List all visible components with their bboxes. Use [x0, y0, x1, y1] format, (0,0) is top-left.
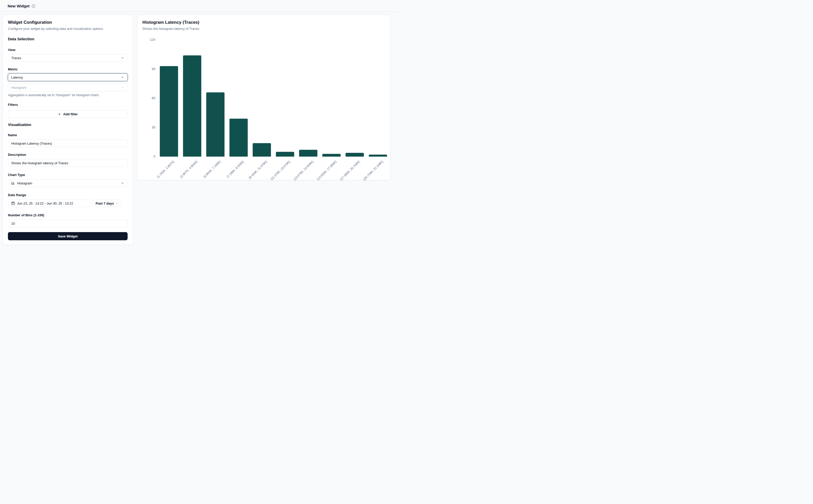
histogram-chart: 0306090120 [1.162K, 2.807K][2.807K, 4.80… [137, 40, 391, 181]
top-header: New Widget [0, 0, 400, 12]
histogram-bar[interactable] [345, 153, 364, 157]
y-axis-tick-label: 120 [137, 38, 155, 42]
name-input[interactable] [8, 140, 128, 147]
chevron-down-icon [115, 202, 118, 205]
chart-type-value: Histogram [17, 181, 32, 185]
histogram-bar[interactable] [276, 152, 294, 157]
chart-title: Histogram Latency (Traces) [142, 20, 385, 25]
histogram-bar[interactable] [160, 66, 178, 157]
chart-type-label: Chart Type [8, 173, 128, 177]
date-range-label: Date Range [8, 193, 128, 197]
y-axis-tick-label: 0 [137, 155, 155, 159]
add-filter-label: Add filter [63, 112, 78, 116]
bar-chart-icon [11, 181, 15, 185]
plus-icon [58, 112, 61, 116]
metric-label: Metric [8, 67, 128, 71]
histogram-bar[interactable] [369, 155, 387, 157]
chart-type-select[interactable]: Histogram [8, 179, 128, 187]
chevron-down-icon [121, 75, 124, 79]
date-range-button[interactable]: Jun 23, 25 : 13:22 - Jun 30, 25 : 13:22 [8, 199, 90, 207]
metric-select-value: Latency [11, 75, 23, 79]
y-axis-tick-label: 30 [137, 125, 155, 130]
aggregation-helper-text: Aggregation is automatically set to "his… [8, 93, 128, 97]
widget-configuration-panel: Widget Configuration Configure your widg… [3, 15, 133, 245]
page-title: New Widget [8, 4, 30, 8]
add-filter-button[interactable]: Add filter [8, 110, 128, 118]
config-panel-subtitle: Configure your widget by selecting data … [8, 27, 128, 31]
visualization-heading: Visualization [8, 122, 128, 127]
page: New Widget Widget Configuration Configur… [0, 0, 400, 248]
date-preset-value: Past 7 days [96, 201, 114, 205]
chart-subtitle: Shows the histogram latency of Traces [142, 27, 385, 31]
histogram-bar[interactable] [206, 92, 224, 157]
aggregation-select: Histogram [8, 84, 128, 91]
y-axis-tick-label: 90 [137, 67, 155, 71]
save-widget-button[interactable]: Save Widget [8, 232, 128, 240]
date-preset-button[interactable]: Past 7 days [93, 199, 121, 207]
histogram-bar[interactable] [299, 150, 317, 157]
config-panel-title: Widget Configuration [8, 20, 128, 25]
view-select-value: Traces [11, 56, 21, 60]
metric-select[interactable]: Latency [8, 73, 128, 81]
chart-preview-panel: Histogram Latency (Traces) Shows the his… [137, 15, 390, 180]
histogram-bar[interactable] [322, 154, 341, 157]
histogram-bar[interactable] [183, 55, 201, 157]
bins-label: Number of Bins (1-100) [8, 213, 128, 217]
bins-input[interactable] [8, 220, 128, 227]
info-icon[interactable] [32, 4, 35, 8]
histogram-bar[interactable] [253, 143, 271, 157]
chevron-down-icon [121, 86, 124, 89]
y-axis-tick-label: 60 [137, 96, 155, 100]
view-label: View [8, 48, 128, 52]
chevron-down-icon [121, 56, 124, 60]
date-range-value: Jun 23, 25 : 13:22 - Jun 30, 25 : 13:22 [17, 201, 73, 205]
filters-label: Filters [8, 103, 128, 107]
description-input[interactable] [8, 159, 128, 167]
histogram-bar[interactable] [229, 119, 248, 157]
data-selection-heading: Data Selection [8, 37, 128, 41]
aggregation-select-value: Histogram [11, 86, 26, 90]
view-select[interactable]: Traces [8, 54, 128, 62]
description-label: Description [8, 153, 128, 157]
name-label: Name [8, 133, 128, 137]
chevron-down-icon [121, 181, 124, 185]
calendar-icon [11, 201, 15, 205]
